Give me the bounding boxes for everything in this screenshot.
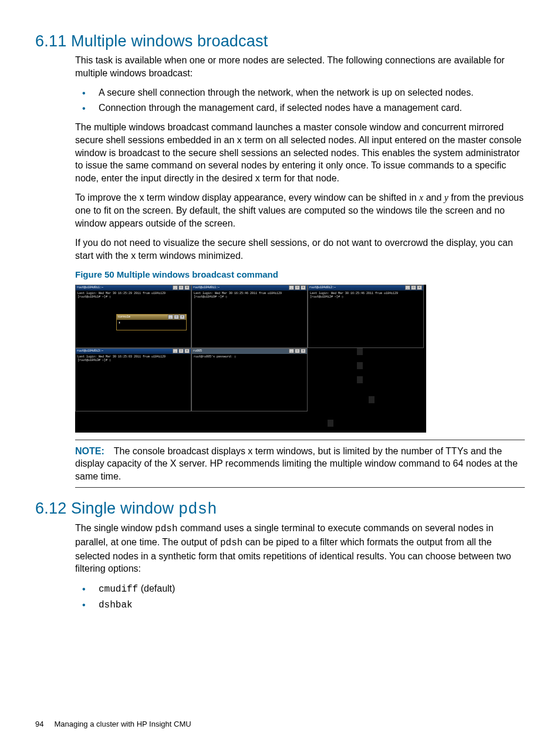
terminal-body: Last login: Wed Mar 30 16:25:46 2011 fro… — [192, 291, 307, 300]
window-control-icon: □ — [295, 349, 300, 353]
note-label: NOTE: — [75, 446, 104, 456]
window-control-icon: □ — [295, 285, 300, 290]
terminal-body: Last login: Wed Mar 30 16:25:29 2011 fro… — [76, 291, 191, 300]
figure-50-caption: Figure 50 Multiple windows broadcast com… — [75, 269, 525, 281]
window-control-icon: _ — [173, 349, 178, 353]
window-control-icon: _ — [168, 315, 173, 319]
window-control-icon: X — [417, 285, 422, 290]
list-item: dshbak — [75, 598, 525, 612]
section-611-body: This task is available when one or more … — [75, 54, 525, 488]
terminal-title: root@o184d0i3:~ — [77, 349, 103, 353]
page-footer: 94Managing a cluster with HP Insight CMU — [35, 720, 191, 728]
paragraph: To improve the x term window display app… — [75, 191, 525, 229]
note-text: The console broadcast displays x term wi… — [75, 446, 518, 481]
terminal-title: root@o184d0i1:~ — [77, 286, 103, 290]
window-control-icon: □ — [178, 349, 184, 353]
terminal-window: root@o184d0i3:~_□XLast login: Wed Mar 30… — [75, 348, 191, 411]
var-y: y — [444, 193, 448, 202]
window-control-icon: _ — [405, 285, 410, 290]
terminal-title: ro005 — [193, 349, 202, 353]
text-run: 6.12 Single window — [35, 499, 178, 517]
window-control-icon: _ — [289, 349, 294, 353]
list-item: Connection through the management card, … — [75, 102, 525, 114]
window-control-icon: X — [184, 349, 190, 353]
page-number: 94 — [35, 720, 43, 728]
window-control-icon: X — [184, 285, 190, 290]
figure-50-image: root@o184d0i1:~_□XLast login: Wed Mar 30… — [75, 285, 426, 433]
text-run: The single window — [75, 523, 155, 533]
connection-types-list: A secure shell connection through the ne… — [75, 86, 525, 114]
code-run: pdsh — [178, 501, 217, 518]
window-control-icon: X — [301, 349, 306, 353]
window-control-icon: _ — [289, 285, 294, 290]
terminal-window: root@o184d0i1:~_□XLast login: Wed Mar 30… — [191, 285, 308, 348]
note-block: NOTE:The console broadcast displays x te… — [75, 440, 525, 488]
list-item: A secure shell connection through the ne… — [75, 86, 525, 99]
text-run: and — [423, 193, 444, 202]
code-run: pdsh — [155, 524, 177, 534]
paragraph: The single window pdsh command uses a si… — [75, 522, 525, 575]
code-run: cmudiff — [99, 584, 138, 595]
terminal-body: root@ro005's password: ▯ — [192, 354, 307, 360]
terminal-body: Last login: Wed Mar 30 16:25:03 2011 fro… — [76, 354, 191, 363]
window-control-icon: □ — [411, 285, 416, 290]
scrollbar-fragment — [328, 420, 333, 433]
paragraph: The multiple windows broadcast command l… — [75, 121, 525, 184]
section-611-heading: 6.11 Multiple windows broadcast — [35, 32, 525, 50]
terminal-window: root@o184d0i2:~_□XLast login: Wed Mar 30… — [308, 285, 424, 348]
intro-paragraph: This task is available when one or more … — [75, 54, 525, 79]
footer-title: Managing a cluster with HP Insight CMU — [54, 720, 191, 728]
window-control-icon: X — [180, 315, 185, 319]
list-item: cmudiff (default) — [75, 582, 525, 596]
window-control-icon: □ — [178, 285, 184, 290]
code-run: dshbak — [99, 600, 133, 610]
window-control-icon: _ — [173, 285, 178, 290]
terminal-body: ▮ — [117, 320, 186, 326]
paragraph: If you do not need to visualize the secu… — [75, 237, 525, 262]
terminal-body: Last login: Wed Mar 30 16:25:46 2011 fro… — [308, 291, 423, 300]
terminal-window: ro005_□Xroot@ro005's password: ▯ — [191, 348, 308, 411]
terminal-window: console_□X▮ — [116, 314, 187, 330]
terminal-title: console — [118, 315, 130, 319]
scrollbar-fragment — [369, 396, 375, 408]
window-control-icon: □ — [174, 315, 179, 319]
filter-options-list: cmudiff (default) dshbak — [75, 582, 525, 612]
section-612-body: The single window pdsh command uses a si… — [75, 522, 525, 612]
code-run: pdsh — [220, 538, 242, 548]
text-run: To improve the x term window display app… — [75, 193, 419, 202]
window-control-icon: X — [301, 285, 306, 290]
scrollbar-fragment — [357, 348, 363, 390]
section-612-heading: 6.12 Single window pdsh — [35, 499, 525, 518]
text-run: (default) — [138, 583, 175, 593]
terminal-title: root@o184d0i1:~ — [193, 286, 220, 290]
terminal-title: root@o184d0i2:~ — [309, 286, 336, 290]
